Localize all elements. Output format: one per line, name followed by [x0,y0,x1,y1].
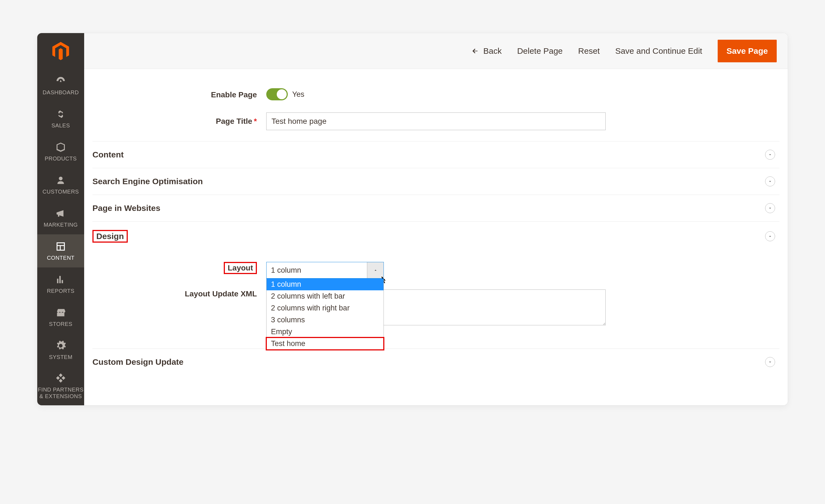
fieldset-seo[interactable]: Search Engine Optimisation [92,168,779,195]
fieldset-custom-design[interactable]: Custom Design Update [92,349,779,375]
fieldset-title: Content [92,150,124,159]
arrow-left-icon [471,48,479,55]
page-title-label: Page Title* [92,117,266,126]
nav-label: FIND PARTNERS & EXTENSIONS [37,386,84,400]
nav-content[interactable]: CONTENT [37,234,84,267]
nav-label: SALES [52,122,70,129]
page-title-input[interactable] [266,112,606,130]
triangle-up-icon [373,268,378,272]
person-icon [55,175,66,186]
highlight-layout-label: Layout [224,262,257,274]
admin-sidebar: DASHBOARD SALES PRODUCTS CUSTOMERS MARKE… [37,33,84,405]
layout-option-highlighted[interactable]: Test home [267,338,383,350]
save-page-button[interactable]: Save Page [718,40,777,62]
expand-icon [765,357,775,367]
layout-xml-label: Layout Update XML [185,289,257,298]
nav-label: CUSTOMERS [43,189,79,195]
nav-label: PRODUCTS [45,156,77,162]
expand-icon [765,203,775,213]
dollar-icon [55,109,66,120]
nav-dashboard[interactable]: DASHBOARD [37,69,84,102]
box-icon [55,142,66,153]
nav-stores[interactable]: STORES [37,301,84,334]
reset-button[interactable]: Reset [578,46,600,56]
fieldset-title: Custom Design Update [92,357,183,367]
magento-logo [37,33,84,69]
layout-option[interactable]: 2 columns with left bar [267,290,383,302]
fieldset-design[interactable]: Design [92,222,779,251]
enable-page-label: Enable Page [92,90,266,99]
nav-products[interactable]: PRODUCTS [37,135,84,168]
nav-find-partners[interactable]: FIND PARTNERS & EXTENSIONS [37,367,84,405]
nav-label: SYSTEM [49,354,72,360]
page-actions-toolbar: Back Delete Page Reset Save and Continue… [84,33,788,69]
nav-system[interactable]: SYSTEM [37,334,84,367]
main-content: Back Delete Page Reset Save and Continue… [84,33,788,405]
nav-label: CONTENT [47,255,75,261]
partners-icon [55,372,66,384]
nav-sales[interactable]: SALES [37,102,84,135]
nav-reports[interactable]: REPORTS [37,267,84,301]
expand-icon [765,176,775,186]
layout-select[interactable]: 1 column 1 column [266,262,384,278]
layout-option[interactable]: 1 column [267,278,383,290]
back-button[interactable]: Back [471,46,502,56]
nav-marketing[interactable]: MARKETING [37,201,84,234]
layout-dropdown-list: 1 column 2 columns with left bar 2 colum… [266,278,384,350]
delete-page-button[interactable]: Delete Page [517,46,562,56]
layout-selected-value: 1 column [267,266,367,275]
fieldset-title: Page in Websites [92,203,160,213]
nav-label: DASHBOARD [43,89,79,96]
gear-icon [55,340,66,351]
toggle-state: Yes [292,90,304,99]
fieldset-page-in-websites[interactable]: Page in Websites [92,195,779,222]
layout-icon [55,241,66,252]
collapse-icon [765,231,775,241]
required-asterisk: * [254,117,257,125]
nav-label: STORES [49,321,73,327]
nav-label: MARKETING [44,222,78,228]
layout-option[interactable]: Empty [267,326,383,338]
back-label: Back [483,46,502,56]
layout-option[interactable]: 2 columns with right bar [267,302,383,314]
layout-option[interactable]: 3 columns [267,314,383,326]
layout-label: Layout [228,264,253,272]
fieldset-title: Design [96,232,124,241]
expand-icon [765,150,775,160]
nav-label: REPORTS [47,288,75,294]
chart-icon [55,274,66,285]
fieldset-title: Search Engine Optimisation [92,177,203,186]
store-icon [55,307,66,318]
save-continue-button[interactable]: Save and Continue Edit [615,46,702,56]
fieldset-content[interactable]: Content [92,142,779,168]
dashboard-icon [55,76,66,87]
highlight-design: Design [92,230,128,243]
layout-dropdown-button[interactable] [367,262,383,278]
nav-customers[interactable]: CUSTOMERS [37,168,84,201]
enable-page-toggle[interactable]: Yes [266,88,304,100]
megaphone-icon [55,208,66,219]
